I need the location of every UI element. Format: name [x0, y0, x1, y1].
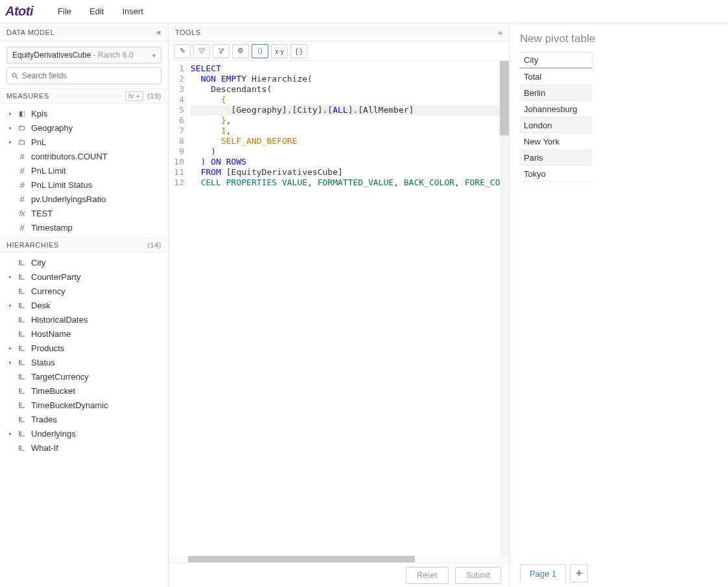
hierarchy-item[interactable]: ▸Underlyings: [0, 426, 168, 441]
tool-xy[interactable]: x·y: [271, 44, 288, 58]
code-line[interactable]: CELL PROPERTIES VALUE, FORMATTED_VALUE, …: [191, 178, 509, 188]
hierarchy-icon: [17, 259, 27, 266]
hierarchy-item[interactable]: ▸Trades: [0, 412, 168, 426]
measure-item[interactable]: ▸Geography: [0, 121, 168, 135]
measure-label: contributors.COUNT: [31, 152, 108, 161]
measures-count: (19): [147, 92, 161, 100]
fx-plus-button[interactable]: fx +: [125, 91, 143, 101]
hierarchy-label: TimeBucketDynamic: [31, 400, 108, 410]
submit-button[interactable]: Submit: [455, 567, 501, 584]
hierarchy-item[interactable]: ▸TargetCurrency: [0, 369, 168, 384]
collapse-tools-icon[interactable]: «: [498, 29, 502, 36]
measure-item[interactable]: ▸PnL Limit Status: [0, 178, 168, 192]
pivot-row[interactable]: Johannesburg: [520, 101, 593, 117]
hierarchy-item[interactable]: ▸HostName: [0, 327, 168, 341]
pivot-row[interactable]: Total: [520, 69, 593, 85]
code-editor[interactable]: 123456789101112 SELECT NON EMPTY Hierarc…: [169, 61, 509, 556]
hierarchy-item[interactable]: ▸Products: [0, 341, 168, 355]
code-line[interactable]: FROM [EquityDerivativesCube]: [191, 167, 509, 178]
add-page-button[interactable]: +: [570, 564, 588, 582]
hierarchy-item[interactable]: ▸Status: [0, 355, 168, 369]
editor-vscroll[interactable]: [500, 61, 509, 556]
pivot-title: New pivot table: [520, 32, 728, 45]
code-line[interactable]: },: [191, 115, 509, 126]
pivot-row[interactable]: London: [520, 117, 593, 133]
code-line[interactable]: ): [191, 146, 509, 157]
tool-edit[interactable]: ✎: [174, 44, 191, 58]
measure-item[interactable]: ▸PnL Limit: [0, 163, 168, 178]
pivot-row[interactable]: New York: [520, 133, 593, 150]
tool-sliders[interactable]: ⚙: [232, 44, 249, 58]
code-line[interactable]: {: [191, 95, 509, 105]
hierarchy-label: HostName: [31, 329, 71, 339]
code-line[interactable]: NON EMPTY Hierarchize(: [191, 74, 509, 84]
code-line[interactable]: Descendants(: [191, 84, 509, 95]
tool-brackets[interactable]: ⟨⟩: [252, 44, 268, 58]
menu-insert[interactable]: Insert: [113, 6, 152, 16]
caret-icon: ▸: [9, 273, 16, 280]
measure-item[interactable]: ▸PnL: [0, 135, 168, 149]
hierarchy-icon: [17, 302, 27, 308]
hierarchy-icon: [17, 288, 27, 294]
hierarchy-item[interactable]: ▸City: [0, 255, 168, 270]
measure-item[interactable]: ▸pv.UnderlyingsRatio: [0, 192, 168, 206]
cube-select[interactable]: EquityDerivativesCube - Ranch 6.0 ▾: [6, 47, 161, 63]
hierarchy-item[interactable]: ▸Desk: [0, 298, 168, 312]
hierarchy-item[interactable]: ▸What-If: [0, 441, 168, 455]
caret-icon: ▸: [9, 359, 16, 365]
measure-label: PnL: [31, 137, 46, 147]
measure-item[interactable]: ▸TEST: [0, 206, 168, 220]
pivot-row[interactable]: Paris: [520, 150, 593, 166]
code-line[interactable]: SELF_AND_BEFORE: [191, 136, 509, 146]
collapse-left-icon[interactable]: «: [157, 28, 161, 37]
code-line[interactable]: 1,: [191, 126, 509, 136]
code-line[interactable]: SELECT: [191, 63, 509, 74]
tool-json[interactable]: {·}: [290, 44, 307, 58]
code-line[interactable]: ) ON ROWS: [191, 157, 509, 167]
hierarchy-item[interactable]: ▸HistoricalDates: [0, 312, 168, 327]
hierarchy-label: Currency: [31, 286, 65, 296]
reset-button[interactable]: Reset: [406, 567, 448, 584]
measure-item[interactable]: ▸Kpis: [0, 106, 168, 121]
tool-filter-off[interactable]: ▽̷: [213, 44, 229, 58]
hierarchy-icon: [17, 345, 27, 351]
editor-hscroll[interactable]: [169, 556, 509, 562]
hierarchy-label: CounterParty: [31, 272, 81, 282]
cube-suffix: - Ranch 6.0: [91, 51, 133, 60]
caret-icon: ▸: [9, 139, 16, 145]
hierarchy-item[interactable]: ▸TimeBucketDynamic: [0, 398, 168, 412]
pivot-row[interactable]: Tokyo: [520, 166, 593, 182]
search-box[interactable]: 🔍︎: [6, 67, 161, 84]
measure-label: Kpis: [31, 109, 47, 119]
hierarchy-item[interactable]: ▸Currency: [0, 284, 168, 298]
chevron-down-icon: ▾: [152, 52, 156, 59]
search-input[interactable]: [22, 71, 157, 80]
hierarchies-tree: ▸City▸CounterParty▸Currency▸Desk▸Histori…: [0, 253, 168, 457]
hierarchy-label: Underlyings: [31, 429, 76, 439]
tab-page-1[interactable]: Page 1: [520, 564, 566, 582]
hierarchy-item[interactable]: ▸TimeBucket: [0, 384, 168, 398]
measure-item[interactable]: ▸contributors.COUNT: [0, 149, 168, 163]
cube-name: EquityDerivativesCube: [12, 51, 91, 60]
measure-item[interactable]: ▸Timestamp: [0, 220, 168, 235]
hierarchy-icon: [17, 373, 27, 380]
hierarchy-item[interactable]: ▸CounterParty: [0, 270, 168, 284]
code-line[interactable]: [Geography].[City].[ALL].[AllMember]: [191, 105, 509, 115]
pivot-row[interactable]: Berlin: [520, 85, 593, 101]
toolbar: ✎▽▽̷⚙⟨⟩x·y{·}: [169, 41, 509, 61]
measures-header: MEASURES fx + (19): [0, 88, 168, 104]
tools-label: TOOLS: [175, 29, 201, 36]
measures-label: MEASURES: [6, 92, 49, 100]
tools-panel: TOOLS « ✎▽▽̷⚙⟨⟩x·y{·} 123456789101112 SE…: [169, 23, 510, 587]
menu-file[interactable]: File: [49, 6, 80, 16]
pivot-column-header[interactable]: City: [520, 52, 593, 69]
app-logo: Atoti: [5, 4, 33, 19]
caret-icon: ▸: [9, 430, 16, 437]
editor-code[interactable]: SELECT NON EMPTY Hierarchize( Descendant…: [188, 61, 509, 556]
editor-footer: Reset Submit: [169, 562, 509, 587]
menu-edit[interactable]: Edit: [80, 6, 113, 16]
measure-label: TEST: [31, 209, 53, 218]
hash-icon: [17, 180, 27, 190]
hierarchy-label: TimeBucket: [31, 386, 75, 396]
tool-filter[interactable]: ▽: [193, 44, 210, 58]
